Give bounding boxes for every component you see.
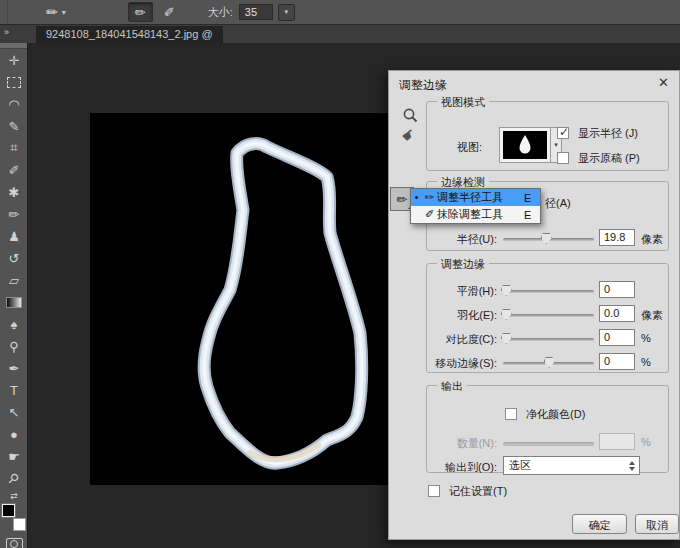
close-icon[interactable]: ✕ — [658, 75, 669, 90]
smooth-slider-thumb[interactable] — [501, 285, 512, 296]
show-original-checkbox[interactable] — [557, 152, 569, 164]
foreground-background-swatches[interactable] — [0, 503, 28, 533]
eyedropper-tool-icon[interactable]: ✐ — [0, 159, 28, 181]
radius-slider-thumb[interactable] — [541, 233, 552, 244]
brush-tool-icon[interactable]: ✏ — [0, 203, 28, 225]
radius-unit: 像素 — [641, 232, 663, 247]
menu-item-shortcut: E — [524, 209, 540, 221]
remember-settings-row: 记住设置(T) — [428, 484, 507, 499]
view-label: 视图: — [457, 140, 482, 155]
dodge-tool-icon[interactable]: ⚲ — [0, 335, 28, 357]
gradient-tool-icon[interactable] — [0, 291, 28, 313]
shape-tool-icon[interactable]: ● — [0, 423, 28, 445]
erase-refinements-brush-button[interactable]: ✐ — [157, 2, 182, 22]
toolbox: ✛◠✎⌗✐✱✏♟↺▱♠⚲✒T↖●☛⚲⇄ — [0, 43, 28, 548]
swap-colors-icon[interactable]: ⇄ — [0, 489, 28, 503]
panel-collapse-icon[interactable]: » — [4, 27, 9, 37]
shift-edge-label: 移动边缘(S): — [435, 356, 497, 371]
options-bar-grip — [0, 0, 8, 24]
decontaminate-checkbox[interactable] — [505, 408, 517, 420]
type-tool-icon[interactable]: T — [0, 379, 28, 401]
decontaminate-row: 净化颜色(D) — [505, 407, 585, 422]
dialog-title: 调整边缘 — [399, 77, 447, 94]
ok-button[interactable]: 确定 — [572, 514, 627, 534]
show-radius-row: 显示半径 (J) — [557, 126, 638, 141]
feather-input[interactable]: 0.0 — [599, 305, 635, 322]
brush-size-dropdown[interactable]: ▾ — [278, 4, 295, 21]
selected-bullet: • — [411, 192, 422, 203]
spinner-arrows-icon — [629, 461, 635, 471]
lasso-tool-icon[interactable]: ◠ — [0, 93, 28, 115]
refine-radius-brush-button[interactable]: ✏ — [128, 2, 153, 22]
menu-item-erase-refinements-tool[interactable]: ✐抹除调整工具E — [411, 206, 540, 223]
brush-size-input[interactable]: 35 — [239, 4, 273, 20]
cancel-button[interactable]: 取消 — [635, 514, 679, 534]
document-tab[interactable]: 9248108_184041548143_2.jpg @ — [36, 26, 223, 43]
contrast-unit: % — [641, 332, 651, 344]
radius-slider[interactable] — [503, 238, 594, 241]
feather-slider-thumb[interactable] — [501, 309, 512, 320]
healing-brush-tool-icon[interactable]: ✱ — [0, 181, 28, 203]
amount-input — [599, 433, 635, 450]
tool-preset-picker[interactable]: ✏ ▾ — [46, 4, 66, 20]
chevron-down-icon: ▾ — [62, 8, 66, 17]
remember-settings-checkbox[interactable] — [428, 485, 440, 497]
group-label: 视图模式 — [437, 95, 489, 110]
group-label: 调整边缘 — [437, 257, 489, 272]
radius-input[interactable]: 19.8 — [599, 229, 635, 246]
amount-unit: % — [641, 436, 651, 448]
feather-unit: 像素 — [641, 308, 663, 323]
contrast-input[interactable]: 0 — [599, 329, 635, 346]
tab-bar: » 9248108_184041548143_2.jpg @ — [0, 25, 680, 43]
eraser-brush-icon: ✐ — [164, 5, 175, 20]
move-tool-icon[interactable]: ✛ — [0, 49, 28, 71]
output-to-label: 输出到(O): — [445, 460, 497, 475]
crop-tool-icon[interactable]: ⌗ — [0, 137, 28, 159]
hand-icon[interactable]: ☛ — [398, 124, 420, 146]
brush-icon: ✏ — [135, 5, 146, 20]
path-selection-tool-icon[interactable]: ↖ — [0, 401, 28, 423]
output-group: 输出 净化颜色(D) 数量(N): % 输出到(O): 选区 — [426, 385, 669, 473]
feather-label: 羽化(E): — [457, 308, 497, 323]
adjust-edge-group: 调整边缘 平滑(H): 0 羽化(E): 0.0 像素 对比度(C): 0 % … — [426, 263, 669, 373]
show-radius-checkbox[interactable] — [557, 127, 569, 139]
shift-edge-slider-thumb[interactable] — [544, 357, 555, 368]
contrast-slider[interactable] — [503, 338, 594, 341]
smooth-input[interactable]: 0 — [599, 281, 635, 298]
selection-edge-overlay — [90, 113, 390, 485]
menu-item-label: 抹除调整工具 — [437, 207, 524, 222]
smooth-slider[interactable] — [503, 290, 594, 293]
shift-edge-slider[interactable] — [503, 362, 594, 365]
view-mode-group: 视图模式 视图: ▾ 显示半径 (J) 显示原稿 (P) — [426, 101, 669, 171]
show-original-row: 显示原稿 (P) — [557, 151, 640, 166]
menu-item-shortcut: E — [524, 192, 540, 204]
remember-settings-label: 记住设置(T) — [449, 485, 507, 497]
photoshop-window: ✏ ▾ ✏ ✐ 大小: 35 ▾ » 9248108_184041548143_… — [0, 0, 680, 548]
output-to-select[interactable]: 选区 — [503, 456, 640, 475]
show-original-label: 显示原稿 (P) — [578, 152, 640, 164]
toolbox-tools: ✛◠✎⌗✐✱✏♟↺▱♠⚲✒T↖●☛⚲⇄ — [0, 49, 27, 548]
quick-mask-icon[interactable] — [0, 533, 28, 548]
clone-stamp-tool-icon[interactable]: ♟ — [0, 225, 28, 247]
feather-slider[interactable] — [503, 314, 594, 317]
brush-size-label: 大小: — [208, 5, 233, 20]
menu-item-refine-radius-tool[interactable]: •✏调整半径工具E — [411, 189, 540, 206]
pen-tool-icon[interactable]: ✒ — [0, 357, 28, 379]
amount-label: 数量(N): — [457, 436, 497, 451]
view-thumbnail-dropdown[interactable]: ▾ — [499, 127, 562, 163]
quick-selection-tool-icon[interactable]: ✎ — [0, 115, 28, 137]
group-label: 输出 — [437, 379, 467, 394]
zoom-icon[interactable] — [402, 107, 419, 126]
chevron-down-icon: ▾ — [554, 141, 558, 149]
contrast-slider-thumb[interactable] — [501, 333, 512, 344]
eraser-tool-icon[interactable]: ▱ — [0, 269, 28, 291]
history-brush-tool-icon[interactable]: ↺ — [0, 247, 28, 269]
shift-edge-input[interactable]: 0 — [599, 353, 635, 370]
blur-tool-icon[interactable]: ♠ — [0, 313, 28, 335]
marquee-tool-icon[interactable] — [0, 71, 28, 93]
show-radius-label: 显示半径 (J) — [578, 127, 638, 139]
radius-label: 半径(U): — [457, 232, 497, 247]
erase-refinements-tool-icon: ✐ — [422, 208, 437, 221]
canvas[interactable] — [90, 113, 390, 485]
contrast-label: 对比度(C): — [446, 332, 497, 347]
